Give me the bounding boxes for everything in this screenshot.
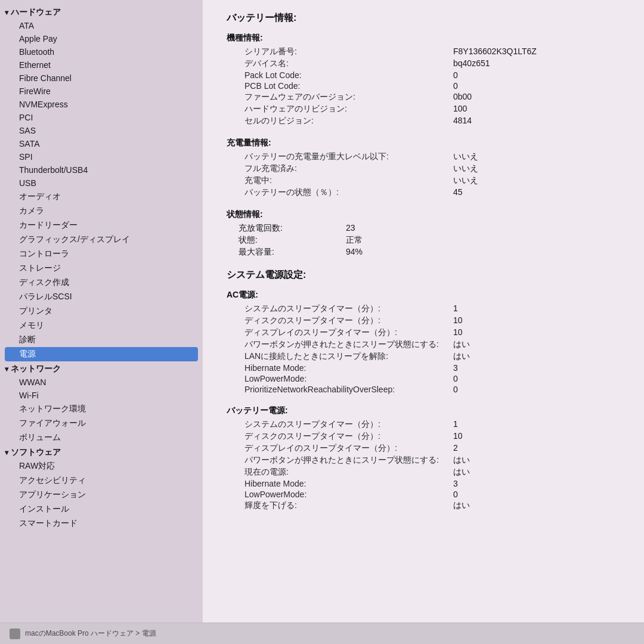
condition-row: 状態: 正常 bbox=[227, 234, 626, 246]
ac-prioritize-value: 0 bbox=[453, 385, 458, 394]
sidebar-item-firewall[interactable]: ファイアウォール bbox=[0, 416, 203, 431]
critical-row: バッテリーの充電量が重大レベル以下: いいえ bbox=[227, 151, 626, 163]
sidebar-item-ata[interactable]: ATA bbox=[0, 19, 203, 32]
bat-disk-sleep-row: ディスクのスリープタイマー（分）: 10 bbox=[227, 431, 626, 442]
pack-lot-row: Pack Lot Code: 0 bbox=[227, 70, 626, 80]
bat-brightness-row: 輝度を下げる: はい bbox=[227, 500, 626, 512]
pack-lot-value: 0 bbox=[453, 70, 458, 80]
ac-sleep-timer-row: システムのスリープタイマー（分）: 1 bbox=[227, 303, 626, 315]
sidebar-item-raw[interactable]: RAW対応 bbox=[0, 459, 203, 473]
bat-hibernate-row: Hibernate Mode: 3 bbox=[227, 478, 626, 489]
hw-rev-value: 100 bbox=[453, 104, 467, 114]
bat-current-power-row: 現在の電源: はい bbox=[227, 466, 626, 478]
sidebar-item-sata[interactable]: SATA bbox=[0, 137, 203, 150]
ac-disk-sleep-label: ディスクのスリープタイマー（分）: bbox=[227, 315, 453, 326]
bat-sleep-timer-value: 1 bbox=[453, 419, 458, 430]
pcb-lot-value: 0 bbox=[453, 81, 458, 91]
ac-power-title: AC電源: bbox=[227, 290, 626, 301]
battery-power-block: バッテリー電源: システムのスリープタイマー（分）: 1 ディスクのスリープタイ… bbox=[227, 405, 626, 512]
bat-power-button-row: パワーボタンが押されたときにスリープ状態にする: はい bbox=[227, 454, 626, 466]
sidebar-item-disk-creation[interactable]: ディスク作成 bbox=[0, 275, 203, 290]
bat-brightness-value: はい bbox=[453, 500, 470, 511]
sidebar-item-storage[interactable]: ストレージ bbox=[0, 261, 203, 275]
bat-disk-sleep-label: ディスクのスリープタイマー（分）: bbox=[227, 431, 453, 442]
sidebar-item-applications[interactable]: アプリケーション bbox=[0, 488, 203, 502]
ac-prioritize-label: PrioritizeNetworkReachabilityOverSleep: bbox=[227, 385, 453, 394]
fully-charged-row: フル充電済み: いいえ bbox=[227, 163, 626, 175]
ac-display-sleep-value: 10 bbox=[453, 327, 463, 338]
status-info-block: 状態情報: 充放電回数: 23 状態: 正常 最大容量: 94% bbox=[227, 209, 626, 258]
hw-rev-row: ハードウェアのリビジョン: 100 bbox=[227, 103, 626, 115]
sidebar-item-printer[interactable]: プリンタ bbox=[0, 304, 203, 318]
sidebar-item-applepay[interactable]: Apple Pay bbox=[0, 32, 203, 45]
ac-hibernate-value: 3 bbox=[453, 363, 458, 373]
pack-lot-label: Pack Lot Code: bbox=[227, 70, 453, 80]
sidebar-item-bluetooth[interactable]: Bluetooth bbox=[0, 45, 203, 58]
charging-label: 充電中: bbox=[227, 175, 453, 186]
sidebar-item-thunderbolt[interactable]: Thunderbolt/USB4 bbox=[0, 163, 203, 177]
sidebar-item-controller[interactable]: コントローラ bbox=[0, 247, 203, 261]
bat-display-sleep-label: ディスプレイのスリープタイマー（分）: bbox=[227, 443, 453, 454]
ac-sleep-timer-value: 1 bbox=[453, 304, 458, 314]
cell-rev-row: セルのリビジョン: 4814 bbox=[227, 115, 626, 127]
serial-label: シリアル番号: bbox=[227, 47, 453, 57]
ac-prioritize-row: PrioritizeNetworkReachabilityOverSleep: … bbox=[227, 384, 626, 395]
sidebar-item-diagnostics[interactable]: 診断 bbox=[0, 333, 203, 347]
ac-lan-label: LANに接続したときにスリープを解除: bbox=[227, 351, 453, 362]
sidebar-item-network-env[interactable]: ネットワーク環境 bbox=[0, 402, 203, 416]
bat-power-button-label: パワーボタンが押されたときにスリープ状態にする: bbox=[227, 455, 453, 466]
firmware-value: 0b00 bbox=[453, 92, 472, 103]
max-capacity-row: 最大容量: 94% bbox=[227, 246, 626, 258]
pcb-lot-label: PCB Lot Code: bbox=[227, 81, 453, 91]
device-value: bq40z651 bbox=[453, 58, 490, 69]
network-section-label: ネットワーク bbox=[11, 364, 61, 374]
sidebar-item-nvme[interactable]: NVMExpress bbox=[0, 98, 203, 111]
ac-power-button-row: パワーボタンが押されたときにスリープ状態にする: はい bbox=[227, 339, 626, 351]
battery-status-label: バッテリーの状態（％）: bbox=[227, 187, 453, 198]
sidebar-item-sas[interactable]: SAS bbox=[0, 124, 203, 137]
sidebar-item-smartcard[interactable]: スマートカード bbox=[0, 516, 203, 531]
mac-icon bbox=[10, 628, 20, 639]
critical-value: いいえ bbox=[453, 151, 478, 162]
bat-lowpower-label: LowPowerMode: bbox=[227, 490, 453, 499]
sidebar-item-wifi[interactable]: Wi-Fi bbox=[0, 389, 203, 402]
ac-power-block: AC電源: システムのスリープタイマー（分）: 1 ディスクのスリープタイマー（… bbox=[227, 290, 626, 395]
hardware-section-label: ハードウェア bbox=[11, 7, 61, 18]
sidebar-item-accessibility[interactable]: アクセシビリティ bbox=[0, 473, 203, 488]
sidebar-item-cardreader[interactable]: カードリーダー bbox=[0, 218, 203, 233]
sidebar-item-graphics[interactable]: グラフィックス/ディスプレイ bbox=[0, 233, 203, 247]
bottom-bar: macのMacBook Pro ハードウェア > 電源 bbox=[0, 623, 644, 644]
cell-rev-value: 4814 bbox=[453, 116, 472, 126]
cell-rev-label: セルのリビジョン: bbox=[227, 116, 453, 126]
fully-charged-value: いいえ bbox=[453, 163, 478, 174]
ac-hibernate-row: Hibernate Mode: 3 bbox=[227, 363, 626, 373]
bat-disk-sleep-value: 10 bbox=[453, 431, 463, 442]
bat-lowpower-row: LowPowerMode: 0 bbox=[227, 489, 626, 500]
sidebar-item-volume[interactable]: ボリューム bbox=[0, 431, 203, 445]
bat-sleep-timer-row: システムのスリープタイマー（分）: 1 bbox=[227, 419, 626, 431]
sidebar-item-camera[interactable]: カメラ bbox=[0, 204, 203, 218]
ac-power-button-value: はい bbox=[453, 339, 470, 350]
sidebar-item-pci[interactable]: PCI bbox=[0, 111, 203, 124]
software-arrow: ▾ bbox=[5, 448, 8, 457]
bat-hibernate-label: Hibernate Mode: bbox=[227, 479, 453, 488]
critical-label: バッテリーの充電量が重大レベル以下: bbox=[227, 151, 453, 162]
sidebar-item-parallel-scsi[interactable]: パラレルSCSI bbox=[0, 290, 203, 304]
sidebar-item-fibre[interactable]: Fibre Channel bbox=[0, 72, 203, 85]
sidebar-item-firewire[interactable]: FireWire bbox=[0, 85, 203, 98]
bat-brightness-label: 輝度を下げる: bbox=[227, 500, 453, 511]
sidebar-item-wwan[interactable]: WWAN bbox=[0, 376, 203, 389]
sidebar-item-spi[interactable]: SPI bbox=[0, 150, 203, 163]
device-row: デバイス名: bq40z651 bbox=[227, 58, 626, 70]
ac-hibernate-label: Hibernate Mode: bbox=[227, 363, 453, 373]
main-content: バッテリー情報: 機種情報: シリアル番号: F8Y136602K3Q1LT6Z… bbox=[203, 0, 644, 644]
ac-lan-value: はい bbox=[453, 351, 470, 362]
sidebar-item-power[interactable]: 電源 bbox=[5, 347, 198, 361]
sidebar-item-usb[interactable]: USB bbox=[0, 177, 203, 190]
bat-sleep-timer-label: システムのスリープタイマー（分）: bbox=[227, 419, 453, 430]
sidebar-item-install[interactable]: インストール bbox=[0, 502, 203, 516]
sidebar-item-audio[interactable]: オーディオ bbox=[0, 190, 203, 204]
sidebar-item-ethernet[interactable]: Ethernet bbox=[0, 58, 203, 72]
status-info-title: 状態情報: bbox=[227, 209, 626, 220]
sidebar-item-memory[interactable]: メモリ bbox=[0, 318, 203, 333]
